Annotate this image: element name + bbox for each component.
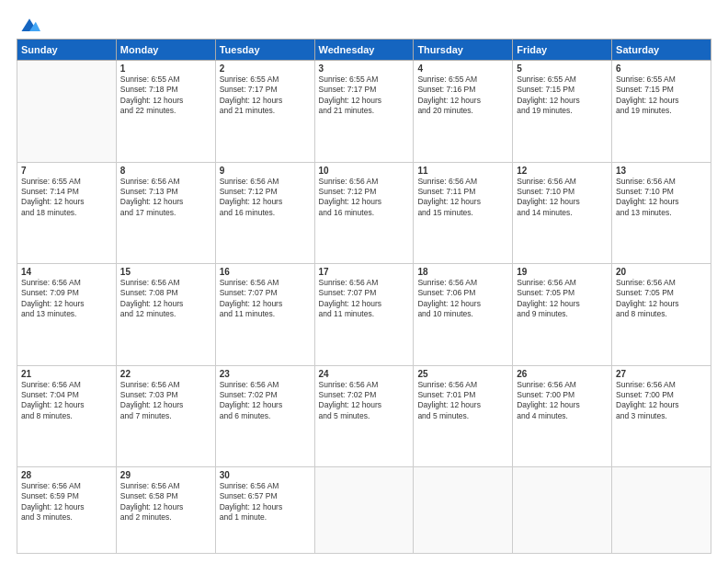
calendar-cell: 21Sunrise: 6:56 AM Sunset: 7:04 PM Dayli…: [17, 365, 117, 467]
day-number: 26: [517, 369, 608, 379]
day-number: 6: [616, 63, 707, 74]
day-info: Sunrise: 6:56 AM Sunset: 7:05 PM Dayligh…: [517, 278, 608, 320]
calendar-cell: 17Sunrise: 6:56 AM Sunset: 7:07 PM Dayli…: [314, 264, 414, 366]
calendar-cell: 23Sunrise: 6:56 AM Sunset: 7:02 PM Dayli…: [215, 365, 314, 467]
calendar-cell: [414, 467, 513, 554]
day-number: 19: [517, 267, 608, 277]
week-row-5: 28Sunrise: 6:56 AM Sunset: 6:59 PM Dayli…: [17, 467, 711, 554]
page: SundayMondayTuesdayWednesdayThursdayFrid…: [0, 0, 728, 563]
weekday-header-friday: Friday: [513, 40, 612, 61]
calendar-cell: 18Sunrise: 6:56 AM Sunset: 7:06 PM Dayli…: [414, 264, 513, 366]
day-info: Sunrise: 6:56 AM Sunset: 7:10 PM Dayligh…: [616, 177, 707, 219]
day-number: 1: [120, 63, 211, 74]
day-info: Sunrise: 6:55 AM Sunset: 7:15 PM Dayligh…: [616, 75, 707, 117]
day-info: Sunrise: 6:56 AM Sunset: 7:07 PM Dayligh…: [220, 278, 311, 320]
day-number: 8: [120, 166, 211, 176]
calendar-cell: 20Sunrise: 6:56 AM Sunset: 7:05 PM Dayli…: [612, 264, 711, 366]
calendar-cell: 12Sunrise: 6:56 AM Sunset: 7:10 PM Dayli…: [513, 162, 612, 264]
day-number: 23: [220, 369, 311, 379]
day-info: Sunrise: 6:56 AM Sunset: 7:00 PM Dayligh…: [517, 380, 608, 422]
day-number: 22: [120, 369, 211, 379]
calendar-cell: 5Sunrise: 6:55 AM Sunset: 7:15 PM Daylig…: [513, 61, 612, 163]
calendar-cell: 10Sunrise: 6:56 AM Sunset: 7:12 PM Dayli…: [314, 162, 414, 264]
logo: [17, 17, 40, 31]
calendar-cell: [612, 467, 711, 554]
calendar-cell: 3Sunrise: 6:55 AM Sunset: 7:17 PM Daylig…: [314, 61, 414, 163]
calendar-cell: [17, 61, 117, 163]
day-number: 12: [517, 166, 608, 176]
calendar-cell: 16Sunrise: 6:56 AM Sunset: 7:07 PM Dayli…: [215, 264, 314, 366]
calendar-cell: 6Sunrise: 6:55 AM Sunset: 7:15 PM Daylig…: [612, 61, 711, 163]
day-number: 20: [616, 267, 707, 277]
week-row-4: 21Sunrise: 6:56 AM Sunset: 7:04 PM Dayli…: [17, 365, 711, 467]
week-row-1: 1Sunrise: 6:55 AM Sunset: 7:18 PM Daylig…: [17, 61, 711, 163]
calendar-cell: 19Sunrise: 6:56 AM Sunset: 7:05 PM Dayli…: [513, 264, 612, 366]
day-info: Sunrise: 6:56 AM Sunset: 7:13 PM Dayligh…: [120, 177, 211, 219]
calendar-cell: 1Sunrise: 6:55 AM Sunset: 7:18 PM Daylig…: [116, 61, 215, 163]
day-info: Sunrise: 6:55 AM Sunset: 7:18 PM Dayligh…: [120, 75, 211, 117]
calendar-table: SundayMondayTuesdayWednesdayThursdayFrid…: [17, 39, 711, 554]
calendar-cell: 9Sunrise: 6:56 AM Sunset: 7:12 PM Daylig…: [215, 162, 314, 264]
calendar-cell: 7Sunrise: 6:55 AM Sunset: 7:14 PM Daylig…: [17, 162, 117, 264]
calendar-cell: 8Sunrise: 6:56 AM Sunset: 7:13 PM Daylig…: [116, 162, 215, 264]
day-number: 24: [319, 369, 410, 379]
calendar-cell: 13Sunrise: 6:56 AM Sunset: 7:10 PM Dayli…: [612, 162, 711, 264]
logo-icon: [18, 17, 40, 35]
day-info: Sunrise: 6:56 AM Sunset: 7:10 PM Dayligh…: [517, 177, 608, 219]
day-number: 30: [220, 470, 311, 480]
day-info: Sunrise: 6:56 AM Sunset: 7:03 PM Dayligh…: [120, 380, 211, 422]
day-info: Sunrise: 6:56 AM Sunset: 7:00 PM Dayligh…: [616, 380, 707, 422]
weekday-header-tuesday: Tuesday: [215, 40, 314, 61]
calendar-cell: [513, 467, 612, 554]
calendar-cell: 15Sunrise: 6:56 AM Sunset: 7:08 PM Dayli…: [116, 264, 215, 366]
day-number: 29: [120, 470, 211, 480]
week-row-2: 7Sunrise: 6:55 AM Sunset: 7:14 PM Daylig…: [17, 162, 711, 264]
calendar-cell: 24Sunrise: 6:56 AM Sunset: 7:02 PM Dayli…: [314, 365, 414, 467]
weekday-header-saturday: Saturday: [612, 40, 711, 61]
day-number: 21: [21, 369, 112, 379]
day-number: 2: [220, 63, 311, 74]
calendar-cell: 22Sunrise: 6:56 AM Sunset: 7:03 PM Dayli…: [116, 365, 215, 467]
day-info: Sunrise: 6:56 AM Sunset: 6:57 PM Dayligh…: [220, 481, 311, 523]
day-number: 7: [21, 166, 112, 176]
day-info: Sunrise: 6:55 AM Sunset: 7:16 PM Dayligh…: [417, 75, 508, 117]
weekday-header-monday: Monday: [116, 40, 215, 61]
calendar-cell: 14Sunrise: 6:56 AM Sunset: 7:09 PM Dayli…: [17, 264, 117, 366]
day-info: Sunrise: 6:56 AM Sunset: 7:05 PM Dayligh…: [616, 278, 707, 320]
day-info: Sunrise: 6:56 AM Sunset: 7:07 PM Dayligh…: [319, 278, 410, 320]
day-info: Sunrise: 6:56 AM Sunset: 7:02 PM Dayligh…: [319, 380, 410, 422]
day-number: 17: [319, 267, 410, 277]
day-info: Sunrise: 6:55 AM Sunset: 7:15 PM Dayligh…: [517, 75, 608, 117]
calendar-cell: 25Sunrise: 6:56 AM Sunset: 7:01 PM Dayli…: [414, 365, 513, 467]
day-number: 14: [21, 267, 112, 277]
day-number: 28: [21, 470, 112, 480]
day-info: Sunrise: 6:56 AM Sunset: 7:12 PM Dayligh…: [319, 177, 410, 219]
day-number: 5: [517, 63, 608, 74]
day-number: 9: [220, 166, 311, 176]
week-row-3: 14Sunrise: 6:56 AM Sunset: 7:09 PM Dayli…: [17, 264, 711, 366]
day-number: 27: [616, 369, 707, 379]
day-info: Sunrise: 6:55 AM Sunset: 7:17 PM Dayligh…: [220, 75, 311, 117]
calendar-cell: 30Sunrise: 6:56 AM Sunset: 6:57 PM Dayli…: [215, 467, 314, 554]
weekday-header-thursday: Thursday: [414, 40, 513, 61]
day-info: Sunrise: 6:55 AM Sunset: 7:17 PM Dayligh…: [319, 75, 410, 117]
day-info: Sunrise: 6:56 AM Sunset: 7:11 PM Dayligh…: [417, 177, 508, 219]
day-info: Sunrise: 6:56 AM Sunset: 7:08 PM Dayligh…: [120, 278, 211, 320]
weekday-header-row: SundayMondayTuesdayWednesdayThursdayFrid…: [17, 40, 711, 61]
day-number: 25: [417, 369, 508, 379]
day-info: Sunrise: 6:56 AM Sunset: 7:04 PM Dayligh…: [21, 380, 112, 422]
calendar-cell: [314, 467, 414, 554]
day-number: 3: [319, 63, 410, 74]
day-info: Sunrise: 6:56 AM Sunset: 6:59 PM Dayligh…: [21, 481, 112, 523]
day-number: 15: [120, 267, 211, 277]
day-info: Sunrise: 6:56 AM Sunset: 7:12 PM Dayligh…: [220, 177, 311, 219]
day-number: 11: [417, 166, 508, 176]
day-number: 18: [417, 267, 508, 277]
header: [17, 17, 711, 31]
calendar-cell: 29Sunrise: 6:56 AM Sunset: 6:58 PM Dayli…: [116, 467, 215, 554]
calendar-cell: 2Sunrise: 6:55 AM Sunset: 7:17 PM Daylig…: [215, 61, 314, 163]
calendar-cell: 28Sunrise: 6:56 AM Sunset: 6:59 PM Dayli…: [17, 467, 117, 554]
day-number: 10: [319, 166, 410, 176]
day-number: 16: [220, 267, 311, 277]
calendar-cell: 4Sunrise: 6:55 AM Sunset: 7:16 PM Daylig…: [414, 61, 513, 163]
